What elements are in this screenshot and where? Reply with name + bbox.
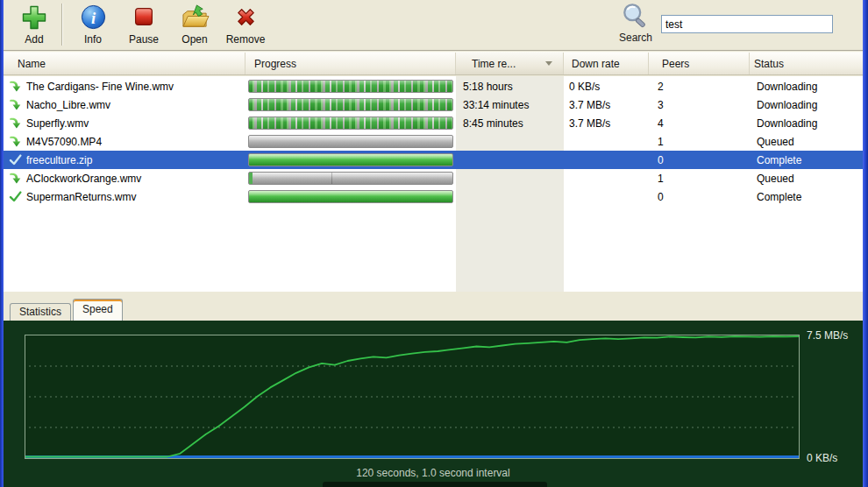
file-name: Nacho_Libre.wmv	[26, 99, 110, 111]
file-name-cell: freeculture.zip	[4, 153, 245, 166]
table-row[interactable]: The Cardigans- Fine Wine.wmv 5:18 hours …	[4, 77, 863, 95]
progress-bar	[248, 98, 453, 111]
file-name: AClockworkOrange.wmv	[26, 173, 141, 185]
open-icon	[169, 2, 220, 33]
window-border-left	[0, 0, 4, 487]
toolbar-button-label: Open	[169, 33, 220, 46]
table-row[interactable]: Superfly.wmv 8:45 minutes 3.7 MB/s 4 Dow…	[4, 114, 863, 132]
file-name-cell: AClockworkOrange.wmv	[4, 172, 245, 185]
progress-bar	[248, 190, 453, 203]
download-arrow-icon	[9, 116, 22, 130]
table-row[interactable]: freeculture.zip 0 Complete	[4, 151, 863, 169]
toolbar-info-button[interactable]: i Info	[68, 2, 118, 46]
file-name-cell: SupermanReturns.wmv	[4, 190, 245, 203]
toolbar-buttons: Add i Info Pause Open Remove	[9, 2, 271, 46]
file-name: The Cardigans- Fine Wine.wmv	[26, 81, 174, 93]
column-header-label: Down rate	[572, 58, 620, 70]
status-cell: Complete	[750, 154, 863, 166]
column-header-label: Peers	[662, 58, 689, 70]
add-icon	[9, 2, 60, 33]
toolbar-open-button[interactable]: Open	[169, 2, 220, 46]
progress-bar	[248, 153, 453, 166]
peers-cell: 1	[649, 136, 750, 148]
file-name: SupermanReturns.wmv	[26, 191, 136, 203]
toolbar-remove-button[interactable]: Remove	[220, 2, 271, 46]
progress-cell	[245, 153, 456, 166]
tab-bar: StatisticsSpeed	[4, 297, 863, 321]
download-arrow-icon	[9, 172, 22, 185]
column-header-progress[interactable]: Progress	[245, 53, 456, 74]
y-axis-max-label: 7.5 MB/s	[807, 329, 848, 342]
download-arrow-icon	[9, 135, 22, 148]
column-header-time[interactable]: Time re...	[456, 53, 564, 74]
tab-statistics[interactable]: Statistics	[10, 303, 71, 321]
app-window: Add i Info Pause Open Remove Search Name	[0, 0, 868, 487]
bottom-partial-element	[323, 482, 547, 487]
file-name-cell: M4V57090.MP4	[4, 135, 245, 148]
status-cell: Downloading	[750, 81, 863, 93]
file-name: Superfly.wmv	[26, 117, 89, 130]
table-row[interactable]: Nacho_Libre.wmv 33:14 minutes 3.7 MB/s 3…	[4, 95, 863, 114]
toolbar-add-button[interactable]: Add	[9, 2, 60, 46]
check-icon	[9, 153, 22, 166]
sort-descending-icon	[545, 61, 552, 66]
progress-bar	[248, 80, 453, 93]
progress-cell	[245, 116, 456, 130]
window-border-right	[863, 0, 868, 487]
down-rate-cell: 3.7 MB/s	[564, 99, 649, 111]
peers-cell: 0	[649, 154, 750, 166]
column-header-peers[interactable]: Peers	[649, 53, 750, 74]
progress-bar	[248, 135, 453, 148]
column-header-name[interactable]: Name	[4, 53, 245, 74]
speed-chart-panel: 7.5 MB/s 0 KB/s 120 seconds, 1.0 second …	[4, 321, 863, 487]
transfer-rows: The Cardigans- Fine Wine.wmv 5:18 hours …	[4, 76, 863, 206]
table-row[interactable]: AClockworkOrange.wmv 1 Queued	[4, 169, 863, 187]
column-header-label: Progress	[254, 58, 296, 70]
down-rate-cell: 3.7 MB/s	[564, 117, 649, 130]
progress-cell	[245, 135, 456, 148]
peers-cell: 0	[649, 191, 750, 203]
tab-speed[interactable]: Speed	[73, 299, 123, 321]
toolbar-button-label: Add	[9, 33, 60, 46]
time-remaining-cell: 8:45 minutes	[456, 117, 564, 130]
transfer-list: The Cardigans- Fine Wine.wmv 5:18 hours …	[4, 76, 863, 292]
speed-chart-svg	[25, 335, 799, 458]
peers-cell: 3	[649, 99, 750, 111]
column-header-status[interactable]: Status	[750, 53, 863, 74]
column-header-label: Status	[754, 58, 784, 70]
remove-icon	[220, 2, 271, 33]
file-name-cell: Nacho_Libre.wmv	[4, 98, 245, 111]
search-group: Search	[614, 2, 833, 44]
time-remaining-cell: 5:18 hours	[456, 81, 564, 93]
table-row[interactable]: SupermanReturns.wmv 0 Complete	[4, 187, 863, 206]
file-name-cell: Superfly.wmv	[4, 116, 245, 130]
toolbar: Add i Info Pause Open Remove Search	[4, 0, 863, 51]
toolbar-pause-button[interactable]: Pause	[118, 2, 169, 46]
toolbar-button-label: Pause	[118, 33, 169, 46]
status-cell: Downloading	[750, 99, 863, 111]
progress-bar	[248, 116, 453, 130]
toolbar-button-label: Info	[68, 33, 118, 46]
peers-cell: 1	[649, 173, 750, 185]
table-row[interactable]: M4V57090.MP4 1 Queued	[4, 132, 863, 151]
column-header-label: Time re...	[472, 58, 516, 70]
status-cell: Complete	[750, 191, 863, 203]
download-arrow-icon	[9, 98, 22, 111]
status-cell: Downloading	[750, 117, 863, 130]
chart-caption: 120 seconds, 1.0 second interval	[4, 467, 863, 479]
info-icon: i	[68, 2, 118, 33]
pause-icon	[118, 2, 169, 33]
column-header-rate[interactable]: Down rate	[564, 53, 649, 74]
time-remaining-cell: 33:14 minutes	[456, 99, 564, 111]
toolbar-button-label: Remove	[220, 33, 271, 46]
file-name-cell: The Cardigans- Fine Wine.wmv	[4, 80, 245, 93]
search-button[interactable]: Search	[614, 2, 658, 44]
file-name: freeculture.zip	[26, 154, 92, 166]
speed-chart-plot	[25, 335, 800, 459]
y-axis-min-label: 0 KB/s	[807, 452, 837, 464]
progress-cell	[245, 98, 456, 111]
progress-cell	[245, 80, 456, 93]
search-input[interactable]	[661, 15, 833, 33]
search-label: Search	[614, 32, 658, 44]
status-cell: Queued	[750, 136, 863, 148]
